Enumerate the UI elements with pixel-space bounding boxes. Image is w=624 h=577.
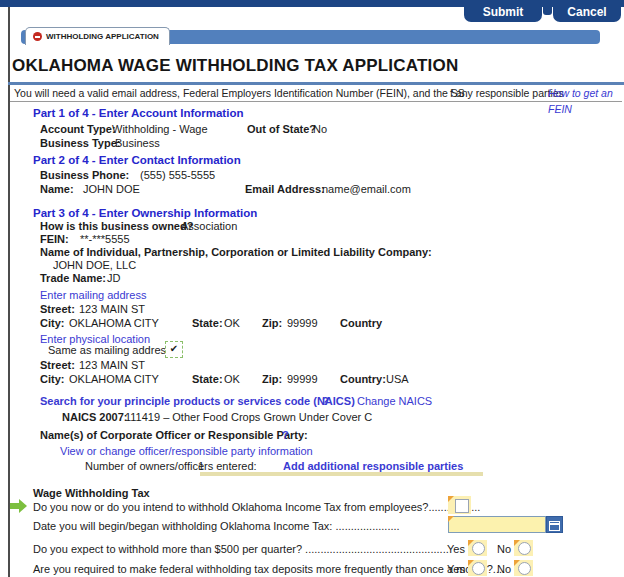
business-phone-label: Business Phone: bbox=[40, 168, 129, 182]
entity-name-value: JOHN DOE, LLC bbox=[53, 258, 136, 272]
out-of-state-value: No bbox=[313, 122, 327, 136]
physical-zip-label: Zip: bbox=[262, 372, 282, 386]
tab-label: WITHHOLDING APPLICATION bbox=[46, 32, 159, 41]
date-withholding-input[interactable] bbox=[448, 516, 546, 533]
physical-zip-value: 99999 bbox=[287, 372, 318, 386]
wht-q3-row: Do you expect to withhold more than $500… bbox=[0, 542, 624, 556]
tab-withholding-application[interactable]: WITHHOLDING APPLICATION bbox=[25, 27, 170, 45]
officers-view-row: View or change officer/responsible party… bbox=[0, 444, 624, 458]
submit-button[interactable]: Submit bbox=[464, 0, 542, 22]
account-type-label: Account Type: bbox=[40, 122, 116, 136]
physical-city-label: City: bbox=[40, 372, 64, 386]
wht-q1-highlight bbox=[448, 496, 471, 514]
physical-street-label: Street: bbox=[40, 358, 75, 372]
mailing-street-row: Street: 123 MAIN ST bbox=[0, 302, 624, 316]
wht-q3-yes-radio[interactable] bbox=[472, 542, 485, 555]
naics-code-value: 111419 – Other Food Crops Grown Under Co… bbox=[125, 410, 372, 424]
entity-name-value-row: JOHN DOE, LLC bbox=[0, 258, 624, 272]
physical-city-row: City: OKLAHOMA CITY State: OK Zip: 99999… bbox=[0, 372, 624, 386]
physical-country-value: USA bbox=[386, 372, 409, 386]
checkbox-check-icon: ✔ bbox=[170, 343, 178, 354]
wht-q3-no-label: No bbox=[497, 542, 511, 556]
wht-title-row: Wage Withholding Tax bbox=[0, 486, 624, 500]
officers-label: Name(s) of Corporate Officer or Responsi… bbox=[40, 428, 308, 442]
wht-q4-row: Are you required to make federal withhol… bbox=[0, 562, 624, 576]
calendar-icon bbox=[549, 521, 560, 531]
section-separator-band bbox=[200, 472, 483, 476]
email-value: name@email.com bbox=[322, 182, 411, 196]
cancel-button[interactable]: Cancel bbox=[553, 0, 621, 22]
contact-name-label: Name: bbox=[40, 182, 74, 196]
wht-q3-no-highlight bbox=[514, 540, 533, 556]
officers-help-icon[interactable]: ? bbox=[282, 428, 289, 442]
trade-name-value: JD bbox=[107, 271, 120, 285]
same-as-mailing-row: Same as mailing address ✔ bbox=[0, 343, 624, 357]
wht-q1-checkbox[interactable] bbox=[455, 499, 469, 513]
same-as-mailing-label: Same as mailing address bbox=[48, 343, 172, 357]
wht-q4-yes-highlight bbox=[468, 560, 487, 576]
calendar-button[interactable] bbox=[546, 516, 563, 533]
withholding-application-page: Submit Cancel WITHHOLDING APPLICATION OK… bbox=[0, 0, 624, 577]
naics-search-link[interactable]: Search for your principle products or se… bbox=[40, 394, 355, 408]
account-type-row: Account Type: Withholding - Wage Out of … bbox=[0, 122, 624, 136]
wht-q4-text: Are you required to make federal withhol… bbox=[33, 562, 505, 576]
mailing-zip-label: Zip: bbox=[262, 316, 282, 330]
enter-mailing-address-link[interactable]: Enter mailing address bbox=[40, 288, 146, 302]
notice-bar: You will need a valid email address, Fed… bbox=[10, 85, 622, 102]
part2-heading: Part 2 of 4 - Enter Contact Information bbox=[33, 153, 241, 167]
officers-count-label: Number of owners/officers entered: bbox=[85, 459, 257, 473]
wht-q3-no-radio[interactable] bbox=[518, 542, 531, 555]
business-type-row: Business Type: Business bbox=[0, 136, 624, 150]
contact-name-row: Name: JOHN DOE Email Address: name@email… bbox=[0, 182, 624, 196]
add-responsible-parties-link[interactable]: Add additional responsible parties bbox=[283, 459, 463, 473]
entity-name-label-row: Name of Individual, Partnership, Corpora… bbox=[0, 245, 624, 259]
wht-q3-yes-label: Yes bbox=[447, 542, 465, 556]
wht-q1-row: Do you now or do you intend to withhold … bbox=[0, 500, 624, 514]
owned-row: How is this business owned? Association bbox=[0, 219, 624, 233]
business-type-label: Business Type: bbox=[40, 136, 121, 150]
mailing-city-label: City: bbox=[40, 316, 64, 330]
wht-q2-text: Date you will begin/began withholding Ok… bbox=[33, 519, 400, 533]
business-phone-value: (555) 555-5555 bbox=[140, 168, 215, 182]
mailing-country-label: Country bbox=[340, 316, 382, 330]
wht-q3-yes-highlight bbox=[468, 540, 487, 556]
fein-label: FEIN: bbox=[40, 232, 69, 246]
naics-help-icon[interactable]: ? bbox=[322, 394, 329, 408]
physical-street-value: 123 MAIN ST bbox=[79, 358, 145, 372]
wht-q4-no-label: No bbox=[497, 562, 511, 576]
same-as-mailing-checkbox[interactable]: ✔ bbox=[165, 341, 183, 358]
mailing-street-label: Street: bbox=[40, 302, 75, 316]
physical-city-value: OKLAHOMA CITY bbox=[69, 372, 159, 386]
change-naics-link[interactable]: Change NAICS bbox=[357, 394, 432, 408]
physical-street-row: Street: 123 MAIN ST bbox=[0, 358, 624, 372]
officers-count-row: Number of owners/officers entered: 1 Add… bbox=[0, 459, 624, 473]
out-of-state-label: Out of State? bbox=[247, 122, 316, 136]
physical-state-label: State: bbox=[192, 372, 223, 386]
page-title: OKLAHOMA WAGE WITHHOLDING TAX APPLICATIO… bbox=[12, 56, 458, 76]
wht-q1-text: Do you now or do you intend to withhold … bbox=[33, 500, 480, 514]
mailing-city-value: OKLAHOMA CITY bbox=[69, 316, 159, 330]
part2-heading-row: Part 2 of 4 - Enter Contact Information bbox=[0, 153, 624, 167]
owned-value: Association bbox=[181, 219, 237, 233]
part3-heading-row: Part 3 of 4 - Enter Ownership Informatio… bbox=[0, 206, 624, 220]
wht-q4-no-radio[interactable] bbox=[518, 562, 531, 575]
mailing-state-value: OK bbox=[224, 316, 240, 330]
top-bar-notch bbox=[543, 0, 552, 15]
business-phone-row: Business Phone: (555) 555-5555 bbox=[0, 168, 624, 182]
wht-q2-row: Date you will begin/began withholding Ok… bbox=[0, 519, 624, 533]
trade-name-row: Trade Name: JD bbox=[0, 271, 624, 285]
business-type-value: Business bbox=[115, 136, 160, 150]
physical-country-label: Country: bbox=[340, 372, 386, 386]
mailing-street-value: 123 MAIN ST bbox=[79, 302, 145, 316]
required-fold-icon bbox=[448, 516, 454, 522]
wht-q4-yes-label: Yes bbox=[447, 562, 465, 576]
physical-state-value: OK bbox=[224, 372, 240, 386]
view-officer-info-link[interactable]: View or change officer/responsible party… bbox=[60, 444, 313, 458]
fein-row: FEIN: **-***5555 bbox=[0, 232, 624, 246]
part1-heading-row: Part 1 of 4 - Enter Account Information bbox=[0, 106, 624, 120]
wht-q4-yes-radio[interactable] bbox=[472, 562, 485, 575]
naics-code-label: NAICS 2007: bbox=[62, 410, 127, 424]
contact-name-value: JOHN DOE bbox=[83, 182, 140, 196]
notice-text-right: f any responsible parties bbox=[450, 85, 564, 101]
wht-q2-highlight bbox=[448, 516, 546, 533]
